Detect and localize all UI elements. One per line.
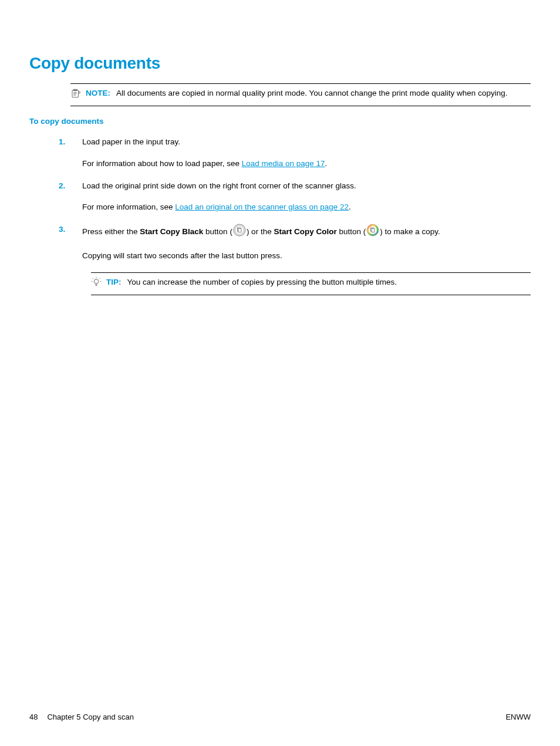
svg-rect-7: [238, 229, 241, 232]
tip-icon: [91, 277, 102, 291]
section-subheading: To copy documents: [29, 117, 531, 126]
step-number: 1.: [59, 136, 65, 148]
step-3-line-2: Copying will start two seconds after the…: [82, 250, 531, 262]
steps-list: 1. Load paper in the input tray. For inf…: [82, 136, 531, 262]
link-load-media[interactable]: Load media on page 17: [242, 159, 325, 168]
step-2: 2. Load the original print side down on …: [82, 180, 531, 214]
note-label: NOTE:: [86, 89, 110, 97]
note-text: NOTE:All documents are copied in normal …: [86, 87, 531, 99]
svg-rect-11: [372, 229, 375, 232]
step-3-line-1: Press either the Start Copy Black button…: [82, 224, 531, 240]
copy-black-button-icon: [233, 224, 246, 240]
step-1-line-2: For information about how to load paper,…: [82, 158, 531, 170]
tip-label: TIP:: [106, 278, 122, 286]
note-icon: [70, 88, 81, 102]
step-number: 3.: [59, 224, 65, 235]
footer-page-number: 48: [29, 713, 38, 721]
link-load-original[interactable]: Load an original on the scanner glass on…: [175, 202, 349, 211]
svg-line-14: [99, 278, 100, 279]
step-3: 3. Press either the Start Copy Black but…: [82, 224, 531, 262]
footer-chapter: Chapter 5 Copy and scan: [47, 713, 133, 721]
footer-region: ENWW: [505, 713, 531, 721]
tip-callout: TIP:You can increase the number of copie…: [91, 272, 531, 295]
step-1: 1. Load paper in the input tray. For inf…: [82, 136, 531, 170]
step-1-line-1: Load paper in the input tray.: [82, 136, 531, 148]
page-title: Copy documents: [29, 54, 531, 73]
step-2-line-1: Load the original print side down on the…: [82, 180, 531, 192]
note-callout: NOTE:All documents are copied in normal …: [70, 83, 531, 106]
page-container: Copy documents NOTE:All documents are co…: [0, 0, 560, 746]
copy-color-button-icon: [366, 224, 379, 240]
label-start-copy-black: Start Copy Black: [140, 227, 203, 236]
step-number: 2.: [59, 180, 65, 192]
page-footer: 48 Chapter 5 Copy and scan ENWW: [29, 713, 531, 721]
tip-text: TIP:You can increase the number of copie…: [106, 276, 531, 288]
svg-point-12: [94, 279, 99, 284]
label-start-copy-color: Start Copy Color: [274, 227, 336, 236]
step-2-line-2: For more information, see Load an origin…: [82, 201, 531, 213]
svg-line-15: [93, 278, 93, 279]
